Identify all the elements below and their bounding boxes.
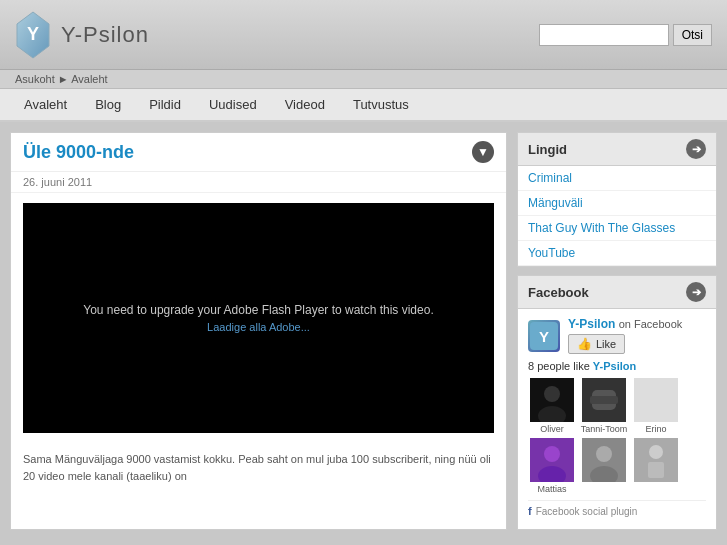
svg-rect-10 — [634, 378, 678, 422]
fb-count-text: 8 people like — [528, 360, 590, 372]
main-nav: Avaleht Blog Pildid Uudised Videod Tutvu… — [0, 89, 727, 122]
svg-point-12 — [544, 446, 560, 462]
fb-social-plugin: f Facebook social plugin — [528, 500, 706, 521]
flash-link[interactable]: Laadige alla Adobe... — [207, 321, 310, 333]
nav-item-tutvustus[interactable]: Tutvustus — [339, 89, 423, 120]
facebook-box: Facebook ➔ Y Y-Psilon on Facebook — [517, 275, 717, 530]
article-header: Üle 9000-nde ▼ — [11, 133, 506, 172]
fb-avatar-5 — [580, 438, 628, 494]
fb-page-name-line: Y-Psilon on Facebook — [568, 317, 682, 331]
nav-item-avaleht[interactable]: Avaleht — [10, 89, 81, 120]
links-box: Lingid ➔ Criminal Mänguväli That Guy Wit… — [517, 132, 717, 267]
facebook-content: Y Y-Psilon on Facebook 👍 Like — [518, 309, 716, 529]
fb-avatar-6 — [632, 438, 680, 494]
site-logo-icon: Y — [15, 10, 51, 60]
sidebar: Lingid ➔ Criminal Mänguväli That Guy Wit… — [517, 132, 717, 530]
article-dropdown-icon[interactable]: ▼ — [472, 141, 494, 163]
article-title: Üle 9000-nde — [23, 142, 134, 163]
fb-on-label: on Facebook — [619, 318, 683, 330]
fb-avatar-erino: Erino — [632, 378, 680, 434]
main-wrapper: Üle 9000-nde ▼ 26. juuni 2011 You need t… — [0, 122, 727, 540]
breadcrumb-current[interactable]: Avaleht — [71, 73, 108, 85]
fb-social-plugin-label: Facebook social plugin — [536, 506, 638, 517]
fb-avatar-name-tanni: Tanni-Toom — [581, 424, 628, 434]
fb-count-target: Y-Psilon — [593, 360, 636, 372]
fb-logo-icon: Y — [528, 320, 560, 352]
svg-point-18 — [649, 445, 663, 459]
fb-avatar-mattias: Mattias — [528, 438, 576, 494]
breadcrumb: Asukoht ► Avaleht — [0, 70, 727, 89]
article-date: 26. juuni 2011 — [11, 172, 506, 193]
fb-like-button[interactable]: 👍 Like — [568, 334, 625, 354]
facebook-box-header: Facebook ➔ — [518, 276, 716, 309]
facebook-arrow[interactable]: ➔ — [686, 282, 706, 302]
svg-text:Y: Y — [27, 24, 39, 44]
site-header: Y Y-Psilon Otsi — [0, 0, 727, 70]
link-youtube[interactable]: YouTube — [518, 241, 716, 266]
links-arrow[interactable]: ➔ — [686, 139, 706, 159]
links-box-header: Lingid ➔ — [518, 133, 716, 166]
fb-avatar-name-erino: Erino — [645, 424, 666, 434]
logo-area: Y Y-Psilon — [15, 10, 149, 60]
svg-text:Y: Y — [539, 328, 549, 345]
fb-avatar-name-oliver: Oliver — [540, 424, 564, 434]
article-text: Sama Mänguväljaga 9000 vastamist kokku. … — [11, 443, 506, 492]
links-title: Lingid — [528, 142, 567, 157]
svg-point-5 — [544, 386, 560, 402]
fb-avatar-oliver: Oliver — [528, 378, 576, 434]
fb-footer-logo: f — [528, 505, 532, 517]
flash-message: You need to upgrade your Adobe Flash Pla… — [83, 303, 433, 317]
fb-like-label: Like — [596, 338, 616, 350]
breadcrumb-separator: ► — [58, 73, 69, 85]
nav-item-uudised[interactable]: Uudised — [195, 89, 271, 120]
site-title: Y-Psilon — [61, 22, 149, 48]
fb-page-info: Y-Psilon on Facebook 👍 Like — [568, 317, 682, 354]
search-input[interactable] — [539, 24, 669, 46]
facebook-title: Facebook — [528, 285, 589, 300]
video-area: You need to upgrade your Adobe Flash Pla… — [23, 203, 494, 433]
link-tgwtg[interactable]: That Guy With The Glasses — [518, 216, 716, 241]
content-area: Üle 9000-nde ▼ 26. juuni 2011 You need t… — [10, 132, 507, 530]
fb-people-count: 8 people like Y-Psilon — [528, 360, 706, 372]
svg-rect-19 — [648, 462, 664, 478]
fb-page-name: Y-Psilon — [568, 317, 615, 331]
search-area: Otsi — [539, 24, 712, 46]
nav-item-blog[interactable]: Blog — [81, 89, 135, 120]
link-criminal[interactable]: Criminal — [518, 166, 716, 191]
link-manguväli[interactable]: Mänguväli — [518, 191, 716, 216]
nav-item-pildid[interactable]: Pildid — [135, 89, 195, 120]
svg-point-15 — [596, 446, 612, 462]
breadcrumb-home: Asukoht — [15, 73, 55, 85]
fb-page-row: Y Y-Psilon on Facebook 👍 Like — [528, 317, 706, 354]
svg-rect-9 — [590, 396, 618, 404]
nav-item-videod[interactable]: Videod — [271, 89, 339, 120]
fb-avatar-name-mattias: Mattias — [537, 484, 566, 494]
fb-avatar-tanni: Tanni-Toom — [580, 378, 628, 434]
search-button[interactable]: Otsi — [673, 24, 712, 46]
fb-avatars: Oliver Tanni-Toom Erino — [528, 378, 706, 494]
